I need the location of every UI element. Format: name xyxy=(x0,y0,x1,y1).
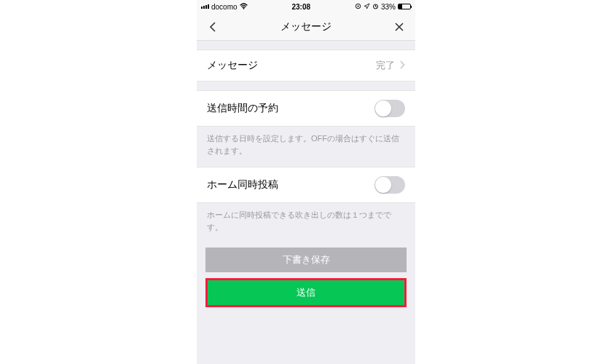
chevron-right-icon xyxy=(399,60,405,71)
page-title: メッセージ xyxy=(280,20,332,33)
footer-buttons: 下書き保存 送信 xyxy=(197,243,415,312)
signal-icon xyxy=(201,4,209,9)
row-schedule: 送信時間の予約 xyxy=(197,90,415,127)
toggle-home-post[interactable] xyxy=(374,176,405,194)
status-time: 23:08 xyxy=(291,3,310,11)
send-highlight-frame: 送信 xyxy=(205,278,407,307)
row-status: 完了 xyxy=(376,59,395,72)
close-button[interactable] xyxy=(392,20,407,34)
svg-point-0 xyxy=(243,7,244,9)
send-button[interactable]: 送信 xyxy=(208,280,404,305)
nav-arrow-icon xyxy=(364,3,370,11)
row-home-post: ホーム同時投稿 xyxy=(197,167,415,203)
help-home-post: ホームに同時投稿できる吹き出しの数は１つまでです。 xyxy=(197,203,415,243)
help-schedule: 送信する日時を設定します。OFFの場合はすぐに送信されます。 xyxy=(197,127,415,167)
save-draft-button[interactable]: 下書き保存 xyxy=(205,248,407,272)
svg-point-2 xyxy=(357,5,358,7)
battery-pct: 33% xyxy=(381,3,396,11)
phone-frame: docomo 23:08 33% メッセージ xyxy=(197,0,415,364)
back-button[interactable] xyxy=(205,20,220,34)
row-label: 送信時間の予約 xyxy=(207,102,278,115)
row-label: ホーム同時投稿 xyxy=(207,178,278,191)
carrier-label: docomo xyxy=(211,3,238,11)
alarm-icon xyxy=(372,3,379,11)
nav-bar: メッセージ xyxy=(197,13,415,41)
toggle-schedule[interactable] xyxy=(374,100,405,117)
battery-icon xyxy=(398,4,411,9)
location-icon xyxy=(355,3,361,11)
wifi-icon xyxy=(240,3,248,11)
status-bar: docomo 23:08 33% xyxy=(197,0,415,13)
row-label: メッセージ xyxy=(207,59,258,72)
row-message[interactable]: メッセージ 完了 xyxy=(197,50,415,82)
